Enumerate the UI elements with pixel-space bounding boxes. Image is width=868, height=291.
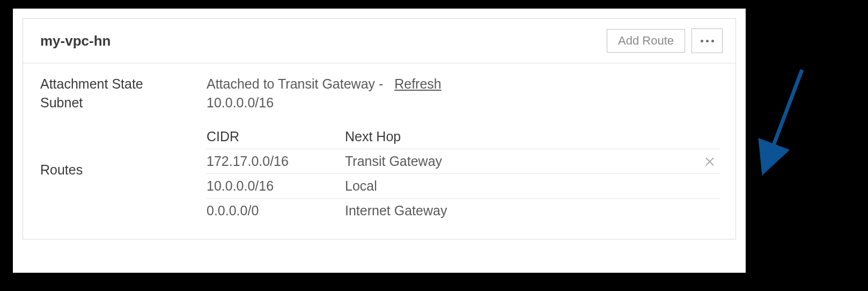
ellipsis-icon [701, 40, 703, 42]
route-cidr: 172.17.0.0/16 [207, 154, 345, 169]
attachment-state-label: Attachment State [40, 76, 207, 92]
subnet-value: 10.0.0.0/16 [207, 95, 274, 111]
route-next-hop: Internet Gateway [345, 203, 699, 219]
table-row: 0.0.0.0/0 Internet Gateway [207, 199, 720, 223]
card-header: my-vpc-hn Add Route [23, 19, 735, 63]
subnet-row: Subnet 10.0.0.0/16 [40, 95, 720, 111]
col-header-next-hop: Next Hop [345, 129, 699, 144]
card-actions: Add Route [607, 28, 723, 53]
route-cidr: 0.0.0.0/0 [207, 203, 345, 219]
refresh-link[interactable]: Refresh [394, 76, 442, 91]
close-icon [704, 156, 715, 167]
more-actions-button[interactable] [692, 28, 723, 53]
routes-table: CIDR Next Hop 172.17.0.0/16 Transit Gate… [207, 129, 720, 223]
vpc-title: my-vpc-hn [40, 33, 111, 49]
subnet-label: Subnet [40, 95, 207, 111]
annotation-arrow-icon [751, 64, 815, 183]
col-header-cidr: CIDR [207, 129, 345, 144]
vpc-card: my-vpc-hn Add Route Attachment State Att… [23, 18, 736, 239]
attachment-state-row: Attachment State Attached to Transit Gat… [40, 76, 720, 92]
routes-label: Routes [40, 129, 207, 178]
table-row: 172.17.0.0/16 Transit Gateway [207, 149, 720, 174]
table-row: 10.0.0.0/16 Local [207, 174, 720, 199]
add-route-button[interactable]: Add Route [607, 29, 685, 53]
route-next-hop: Transit Gateway [345, 154, 699, 169]
route-cidr: 10.0.0.0/16 [207, 178, 345, 194]
page-frame: my-vpc-hn Add Route Attachment State Att… [13, 9, 746, 273]
attachment-state-value: Attached to Transit Gateway - Refresh [207, 76, 442, 92]
delete-route-button[interactable] [704, 156, 715, 167]
route-next-hop: Local [345, 178, 699, 194]
svg-line-0 [764, 70, 802, 169]
routes-section: Routes CIDR Next Hop 172.17.0.0/16 Trans… [40, 129, 720, 223]
card-body: Attachment State Attached to Transit Gat… [23, 63, 735, 239]
routes-header-row: CIDR Next Hop [207, 129, 720, 149]
